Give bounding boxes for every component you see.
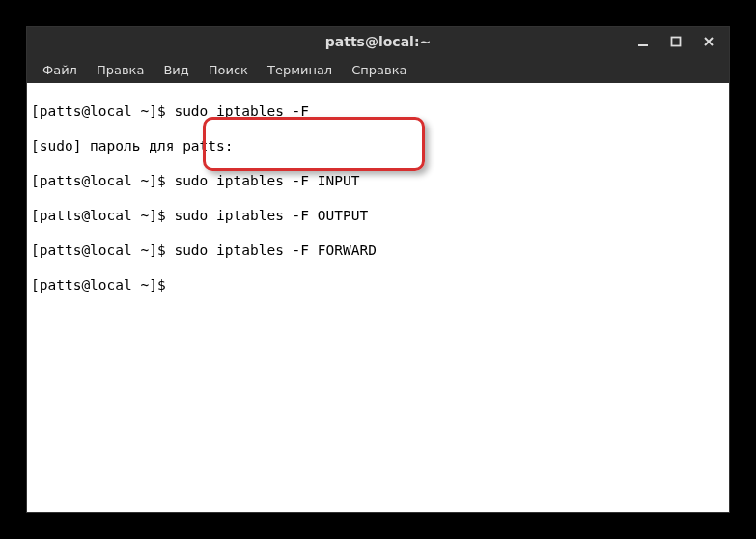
- terminal-window: patts@local:~: [27, 27, 729, 512]
- maximize-button[interactable]: [659, 27, 692, 56]
- svg-rect-0: [638, 44, 648, 46]
- window-title: patts@local:~: [325, 34, 431, 49]
- terminal-line: [sudo] пароль для patts:: [31, 137, 725, 155]
- menubar: Файл Правка Вид Поиск Терминал Справка: [27, 56, 729, 83]
- terminal-line: [patts@local ~]$ sudo iptables -F: [31, 102, 725, 120]
- close-button[interactable]: [692, 27, 725, 56]
- terminal-line: [patts@local ~]$ sudo iptables -F FORWAR…: [31, 241, 725, 259]
- minimize-icon: [637, 36, 649, 47]
- window-controls: [627, 27, 725, 56]
- menu-help[interactable]: Справка: [342, 59, 416, 81]
- terminal-line: [patts@local ~]$: [31, 276, 725, 294]
- close-icon: [703, 36, 714, 47]
- maximize-icon: [670, 36, 682, 47]
- menu-search[interactable]: Поиск: [199, 59, 258, 81]
- terminal-line: [patts@local ~]$ sudo iptables -F OUTPUT: [31, 207, 725, 224]
- terminal-line: [patts@local ~]$ sudo iptables -F INPUT: [31, 172, 725, 189]
- outer-frame: patts@local:~: [0, 0, 756, 539]
- terminal-body[interactable]: [patts@local ~]$ sudo iptables -F [sudo]…: [27, 83, 729, 512]
- titlebar: patts@local:~: [27, 27, 729, 56]
- menu-edit[interactable]: Правка: [87, 59, 154, 81]
- minimize-button[interactable]: [627, 27, 659, 56]
- menu-view[interactable]: Вид: [154, 59, 198, 81]
- menu-terminal[interactable]: Терминал: [258, 59, 342, 81]
- svg-rect-1: [672, 38, 681, 46]
- menu-file[interactable]: Файл: [33, 59, 87, 81]
